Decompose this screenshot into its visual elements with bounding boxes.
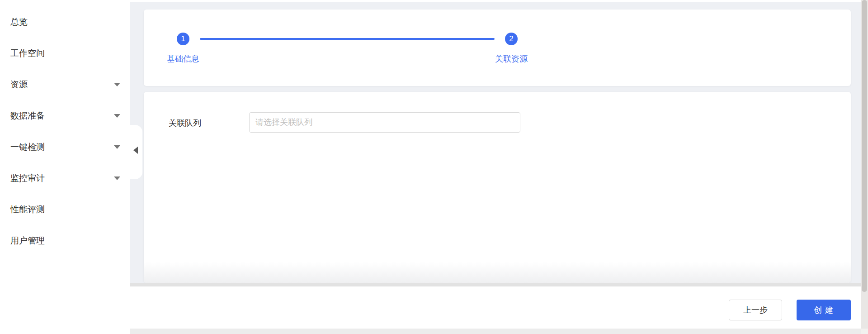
- vertical-scrollbar-thumb[interactable]: [862, 0, 867, 292]
- sidebar-item-label: 工作空间: [10, 48, 45, 59]
- chevron-down-icon[interactable]: [114, 83, 120, 86]
- chevron-down-icon[interactable]: [114, 114, 120, 118]
- sidebar-item-user-management[interactable]: 用户管理: [0, 225, 130, 256]
- step-2-label[interactable]: 关联资源: [472, 53, 551, 64]
- sidebar-item-label: 数据准备: [10, 110, 45, 122]
- step-2-circle: 2: [505, 33, 518, 45]
- sidebar-item-performance-evaluation[interactable]: 性能评测: [0, 194, 130, 225]
- sidebar-item-one-click-detection[interactable]: 一键检测: [0, 131, 130, 162]
- sidebar-item-overview[interactable]: 总览: [0, 6, 130, 38]
- sidebar-item-label: 监控审计: [10, 172, 45, 184]
- sidebar-item-label: 一键检测: [10, 141, 45, 153]
- sidebar-collapse-handle[interactable]: [130, 125, 142, 179]
- chevron-down-icon[interactable]: [114, 177, 120, 180]
- previous-step-button[interactable]: 上一步: [729, 300, 782, 320]
- sidebar-item-data-preparation[interactable]: 数据准备: [0, 100, 130, 131]
- step-1-circle: 1: [177, 33, 189, 45]
- associate-resource-form-card: 关联队列: [144, 92, 851, 283]
- create-button[interactable]: 创 建: [797, 300, 851, 320]
- chevron-down-icon[interactable]: [114, 145, 120, 149]
- scrollbar-corner: [861, 329, 868, 334]
- sidebar-item-label: 资源: [10, 79, 28, 91]
- sidebar-item-monitoring-audit[interactable]: 监控审计: [0, 162, 130, 194]
- sidebar-item-label: 性能评测: [10, 204, 45, 215]
- footer-divider: [130, 283, 868, 286]
- sidebar-item-label: 用户管理: [10, 235, 45, 247]
- sidebar-item-workspace[interactable]: 工作空间: [0, 38, 130, 69]
- queue-select-input[interactable]: [249, 112, 520, 133]
- footer-action-bar: 上一步 创 建: [130, 286, 868, 329]
- step-1-label[interactable]: 基础信息: [144, 53, 222, 64]
- sidebar-item-resources[interactable]: 资源: [0, 69, 130, 100]
- chevron-left-icon: [133, 147, 138, 154]
- vertical-scrollbar[interactable]: [861, 0, 868, 334]
- wizard-stepper-card: 1 基础信息 2 关联资源: [144, 10, 851, 86]
- sidebar: 总览 工作空间 资源 数据准备 一键检测 监控审计 性能评测 用户管理: [0, 0, 130, 334]
- stepper-connector-line: [200, 38, 495, 40]
- step-number: 1: [181, 34, 185, 43]
- app-window: 总览 工作空间 资源 数据准备 一键检测 监控审计 性能评测 用户管理: [0, 0, 868, 334]
- horizontal-scrollbar[interactable]: [130, 329, 868, 334]
- step-number: 2: [509, 34, 513, 43]
- top-edge-strip: [130, 0, 862, 2]
- sidebar-item-label: 总览: [10, 16, 28, 28]
- queue-field-label: 关联队列: [169, 118, 201, 129]
